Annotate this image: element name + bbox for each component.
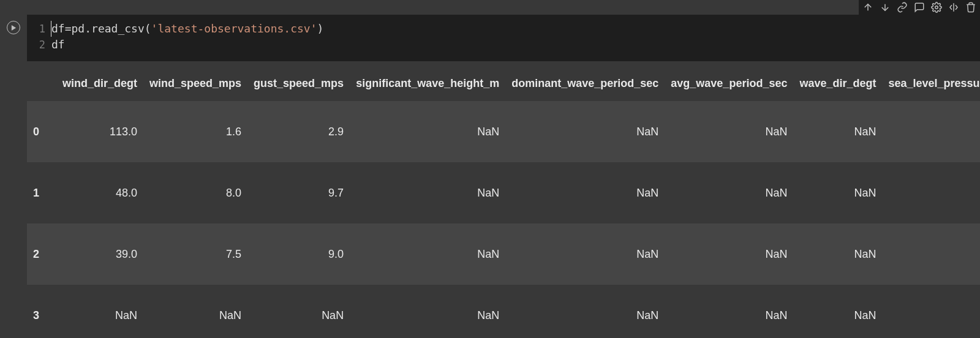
cell-value: NaN	[665, 285, 793, 338]
row-index: 3	[27, 285, 56, 338]
cell-value: 39.0	[56, 223, 143, 285]
cell-value: NaN	[665, 101, 793, 162]
table-row: 3 NaN NaN NaN NaN NaN NaN NaN NaN	[27, 285, 980, 338]
cell-value: NaN	[793, 101, 882, 162]
cell-value: NaN	[505, 223, 665, 285]
cell-output: wind_dir_degt wind_speed_mps gust_speed_…	[0, 61, 980, 338]
trash-icon[interactable]	[965, 2, 976, 13]
line-number: 2	[34, 37, 45, 53]
code-token-string: 'latest-observations.csv'	[151, 21, 317, 37]
code-editor[interactable]: 1 df = pd.read_csv('latest-observations.…	[27, 15, 980, 61]
dataframe-header-row: wind_dir_degt wind_speed_mps gust_speed_…	[27, 73, 980, 101]
cell-value: NaN	[247, 285, 350, 338]
cell-value: 113.0	[56, 101, 143, 162]
column-header: sea_level_pressure_hpa	[883, 73, 981, 101]
arrow-up-icon[interactable]	[862, 2, 873, 13]
table-row: 1 48.0 8.0 9.7 NaN NaN NaN NaN NaN	[27, 162, 980, 223]
comment-icon[interactable]	[914, 2, 925, 13]
table-row: 2 39.0 7.5 9.0 NaN NaN NaN NaN 1012.8	[27, 223, 980, 285]
code-token-op: =	[65, 21, 72, 37]
cell-value: 9.0	[247, 223, 350, 285]
column-header: significant_wave_height_m	[350, 73, 505, 101]
cell-value: NaN	[883, 285, 981, 338]
cell-value: NaN	[665, 162, 793, 223]
cell-value: 9.7	[247, 162, 350, 223]
cell-value: 7.5	[143, 223, 247, 285]
cell-value: NaN	[793, 285, 882, 338]
column-header: wind_speed_mps	[143, 73, 247, 101]
column-header: gust_speed_mps	[247, 73, 350, 101]
cell-value: NaN	[505, 101, 665, 162]
code-line-2: 2 df	[34, 37, 973, 53]
code-token-dot: .	[85, 21, 91, 37]
cell-value: 8.0	[143, 162, 247, 223]
code-token-var: df	[51, 37, 65, 53]
cell-value: NaN	[883, 162, 981, 223]
cell-value: NaN	[350, 285, 505, 338]
code-line-1: 1 df = pd.read_csv('latest-observations.…	[34, 21, 973, 37]
mirror-icon[interactable]	[948, 2, 959, 13]
cell-value: NaN	[143, 285, 247, 338]
code-token-lparen: (	[145, 21, 151, 37]
column-header: wave_dir_degt	[793, 73, 882, 101]
code-token-rparen: )	[317, 21, 324, 37]
cell-value: NaN	[350, 223, 505, 285]
svg-point-0	[935, 6, 938, 9]
row-index: 0	[27, 101, 56, 162]
cell-value: NaN	[350, 101, 505, 162]
table-row: 0 113.0 1.6 2.9 NaN NaN NaN NaN 1013.3	[27, 101, 980, 162]
cell-value: 1012.8	[883, 223, 981, 285]
cell-toolbar	[859, 0, 980, 15]
dataframe-table: wind_dir_degt wind_speed_mps gust_speed_…	[27, 73, 980, 338]
row-index: 2	[27, 223, 56, 285]
column-header: dominant_wave_period_sec	[505, 73, 665, 101]
cell-value: 48.0	[56, 162, 143, 223]
cell-value: NaN	[505, 285, 665, 338]
cell-value: 1.6	[143, 101, 247, 162]
code-token-var: df	[51, 21, 65, 37]
run-button-column	[0, 0, 27, 34]
code-cell: 1 df = pd.read_csv('latest-observations.…	[0, 0, 980, 61]
cell-value: 1013.3	[883, 101, 981, 162]
run-button[interactable]	[7, 21, 20, 34]
column-header: avg_wave_period_sec	[665, 73, 793, 101]
line-number: 1	[34, 21, 45, 37]
code-token-function: read_csv	[91, 21, 145, 37]
cell-value: NaN	[793, 223, 882, 285]
cell-value: NaN	[350, 162, 505, 223]
column-header: wind_dir_degt	[56, 73, 143, 101]
dataframe-index-header	[27, 73, 56, 101]
gear-icon[interactable]	[931, 2, 942, 13]
cell-value: NaN	[505, 162, 665, 223]
cell-value: 2.9	[247, 101, 350, 162]
row-index: 1	[27, 162, 56, 223]
arrow-down-icon[interactable]	[880, 2, 891, 13]
code-token-module: pd	[72, 21, 85, 37]
cell-value: NaN	[665, 223, 793, 285]
link-icon[interactable]	[897, 2, 908, 13]
cell-value: NaN	[56, 285, 143, 338]
cell-value: NaN	[793, 162, 882, 223]
